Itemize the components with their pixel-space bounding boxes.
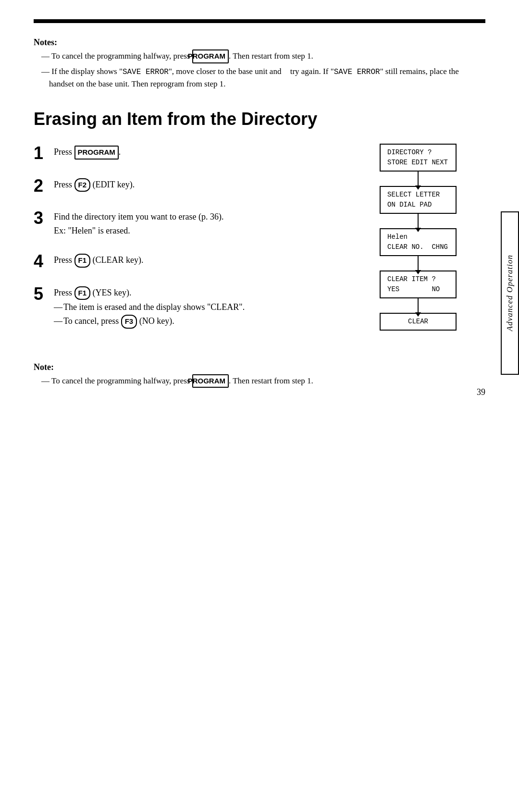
diagram-arrow-1 xyxy=(418,172,419,186)
notes-section: Notes: — To cancel the programming halfw… xyxy=(34,37,485,90)
bottom-note-title: Note: xyxy=(34,362,485,372)
step5-sub1: The item is erased and the display shows… xyxy=(54,301,341,314)
program-key-1: PROGRAM xyxy=(192,49,229,63)
diagram-box-4: CLEAR ITEM ? YES NO xyxy=(380,271,457,298)
step-content-3: Find the directory item you want to eras… xyxy=(54,209,341,238)
note-item-1: — To cancel the programming halfway, pre… xyxy=(41,49,485,63)
f1-key-step4: F1 xyxy=(74,254,91,268)
diagram-box-2: SELECT LETTER ON DIAL PAD xyxy=(380,186,457,214)
step-1: 1 Press PROGRAM. xyxy=(34,144,341,163)
note-dash-2: — xyxy=(41,67,49,76)
step3-line1: Find the directory item you want to eras… xyxy=(54,210,341,223)
step-number-2: 2 xyxy=(34,176,54,196)
step-content-4: Press F1 (CLEAR key). xyxy=(54,252,341,268)
step-number-3: 3 xyxy=(34,209,54,228)
notes-title: Notes: xyxy=(34,37,485,48)
save-error-2: SAVE ERROR xyxy=(334,68,380,76)
side-label-text: Advanced Operation xyxy=(505,255,515,331)
f2-key: F2 xyxy=(74,178,91,192)
step-number-1: 1 xyxy=(34,144,54,163)
step3-line2: Ex: "Helen" is erased. xyxy=(54,224,341,237)
diagram-arrow-4 xyxy=(418,298,419,313)
f1-key-step5: F1 xyxy=(74,286,91,300)
diagram-box-1: DIRECTORY ? STORE EDIT NEXT xyxy=(380,144,457,172)
step5-sub2: To cancel, press F3 (NO key). xyxy=(54,315,341,329)
steps-column: 1 Press PROGRAM. 2 Press F2 (EDIT key). … xyxy=(34,144,351,343)
diagram-box-3: Helen CLEAR NO. CHNG xyxy=(380,228,457,256)
f3-key: F3 xyxy=(121,315,137,329)
note-dash-1: — xyxy=(41,51,49,61)
step-number-5: 5 xyxy=(34,284,54,304)
diagram-arrow-3 xyxy=(418,256,419,271)
page-number: 39 xyxy=(477,387,485,397)
step5-main: Press F1 (YES key). xyxy=(54,286,341,300)
program-key-step1: PROGRAM xyxy=(74,146,119,160)
note-item-2: — If the display shows "SAVE ERROR", mov… xyxy=(41,65,485,90)
step-3: 3 Find the directory item you want to er… xyxy=(34,209,341,238)
side-label: Advanced Operation xyxy=(501,211,519,375)
step-2: 2 Press F2 (EDIT key). xyxy=(34,176,341,196)
save-error-1: SAVE ERROR xyxy=(123,68,169,76)
diagram-wrapper: DIRECTORY ? STORE EDIT NEXT SELECT LETTE… xyxy=(380,144,457,331)
step-content-1: Press PROGRAM. xyxy=(54,144,341,160)
main-content: 1 Press PROGRAM. 2 Press F2 (EDIT key). … xyxy=(34,144,485,343)
step-number-4: 4 xyxy=(34,252,54,271)
section-title: Erasing an Item from the Directory xyxy=(34,109,485,129)
bottom-note-item-1: — To cancel the programming halfway, pre… xyxy=(41,374,485,388)
top-border xyxy=(34,19,485,23)
bottom-note: Note: — To cancel the programming halfwa… xyxy=(34,362,485,388)
diagram-arrow-2 xyxy=(418,214,419,228)
step-content-5: Press F1 (YES key). The item is erased a… xyxy=(54,284,341,330)
step-content-2: Press F2 (EDIT key). xyxy=(54,176,341,192)
program-key-bottom: PROGRAM xyxy=(192,374,229,388)
step-5: 5 Press F1 (YES key). The item is erased… xyxy=(34,284,341,330)
diagram-column: DIRECTORY ? STORE EDIT NEXT SELECT LETTE… xyxy=(351,144,485,343)
step-4: 4 Press F1 (CLEAR key). xyxy=(34,252,341,271)
